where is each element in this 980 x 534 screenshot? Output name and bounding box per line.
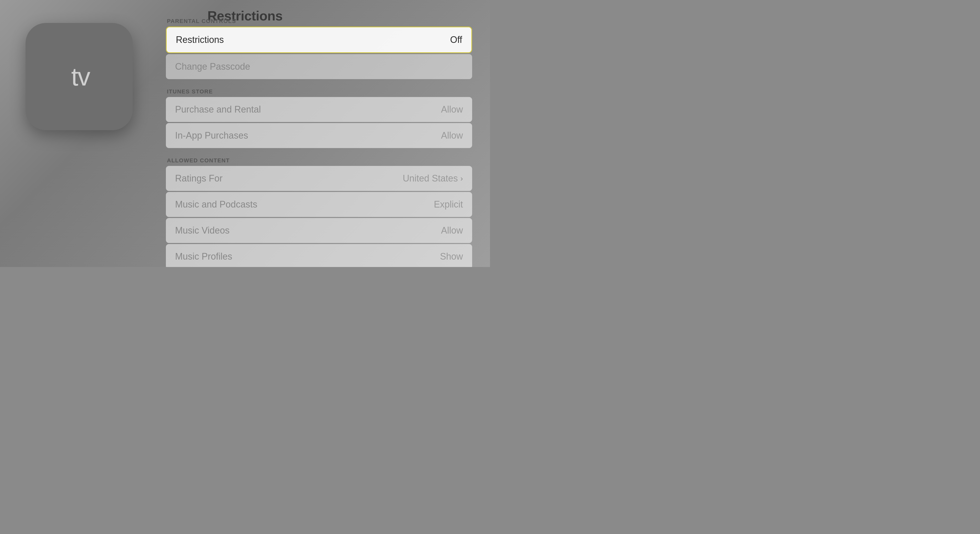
music-videos-label: Music Videos	[175, 225, 229, 236]
ratings-for-item[interactable]: Ratings For United States ›	[166, 166, 472, 191]
music-podcasts-value: Explicit	[434, 199, 463, 210]
ratings-for-label: Ratings For	[175, 173, 223, 184]
allowed-content-section-label: ALLOWED CONTENT	[166, 157, 472, 164]
music-podcasts-label: Music and Podcasts	[175, 199, 257, 210]
parental-controls-section-label: PARENTAL CONTROLS	[166, 18, 472, 24]
tv-text: tv	[71, 62, 89, 91]
apple-tv-label: tv	[68, 62, 89, 91]
restrictions-label: Restrictions	[176, 35, 224, 45]
purchase-rental-value: Allow	[441, 104, 463, 115]
settings-panel: PARENTAL CONTROLS Restrictions Off Chang…	[166, 18, 472, 267]
in-app-purchases-value: Allow	[441, 130, 463, 141]
music-profiles-label: Music Profiles	[175, 251, 232, 262]
music-profiles-item[interactable]: Music Profiles Show	[166, 244, 472, 267]
apple-tv-box: tv	[25, 23, 133, 130]
music-videos-value: Allow	[441, 225, 463, 236]
music-podcasts-item[interactable]: Music and Podcasts Explicit	[166, 192, 472, 217]
ratings-for-chevron-icon: ›	[460, 174, 463, 183]
itunes-store-section-label: ITUNES STORE	[166, 88, 472, 95]
apple-tv-icon: tv	[25, 23, 133, 130]
in-app-purchases-item[interactable]: In-App Purchases Allow	[166, 123, 472, 148]
purchase-rental-label: Purchase and Rental	[175, 104, 261, 115]
purchase-rental-item[interactable]: Purchase and Rental Allow	[166, 97, 472, 122]
ratings-for-value: United States ›	[403, 173, 463, 184]
music-profiles-value: Show	[440, 251, 463, 262]
restrictions-item[interactable]: Restrictions Off	[166, 27, 472, 53]
in-app-purchases-label: In-App Purchases	[175, 130, 248, 141]
change-passcode-item[interactable]: Change Passcode	[166, 54, 472, 79]
change-passcode-label: Change Passcode	[175, 61, 250, 72]
music-videos-item[interactable]: Music Videos Allow	[166, 218, 472, 243]
restrictions-value: Off	[450, 35, 462, 45]
